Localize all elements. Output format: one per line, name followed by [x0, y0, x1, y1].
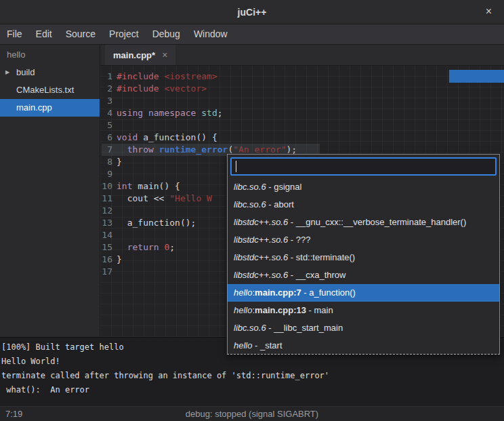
code-text: cout << "Hello W: [117, 193, 212, 205]
line-number: 15: [102, 241, 112, 254]
window-title: juCi++: [0, 0, 504, 24]
code-line[interactable]: 6void a_function() {: [102, 132, 504, 144]
code-text: #include <iostream>: [117, 71, 217, 83]
backtrace-popup: libc.so.6 - gsignallibc.so.6 - abortlibs…: [227, 154, 500, 355]
line-number: 12: [102, 205, 112, 217]
code-line[interactable]: 3: [102, 95, 504, 107]
menu-item-window[interactable]: Window: [187, 24, 234, 44]
tab-close-icon[interactable]: ×: [162, 49, 167, 60]
menu-bar: FileEditSourceProjectDebugWindow: [0, 24, 504, 45]
code-line[interactable]: 2#include <vector>: [102, 83, 504, 95]
line-number: 5: [102, 119, 112, 132]
line-number: 6: [102, 132, 112, 144]
line-number: 1: [102, 71, 112, 83]
code-text: return 0;: [117, 241, 175, 254]
app-window: juCi++ × FileEditSourceProjectDebugWindo…: [0, 0, 504, 421]
backtrace-item[interactable]: hello:main.cpp:13 - main: [228, 302, 499, 319]
terminal-line: terminate called after throwing an insta…: [1, 369, 503, 383]
line-number: 16: [102, 254, 112, 266]
code-line[interactable]: 1#include <iostream>: [102, 71, 504, 83]
menu-item-source[interactable]: Source: [59, 24, 102, 44]
tree-item-build[interactable]: ▶build: [0, 64, 100, 81]
backtrace-search-input[interactable]: [234, 159, 492, 174]
status-bar: 7:19 debug: stopped (signal SIGABRT): [0, 406, 504, 421]
line-number: 14: [102, 229, 112, 241]
backtrace-item[interactable]: libc.so.6 - abort: [228, 196, 499, 214]
tab-label: main.cpp*: [113, 50, 155, 60]
project-root-label: hello: [0, 45, 100, 64]
code-text: }: [117, 156, 122, 168]
line-number: 7: [102, 144, 112, 156]
debug-status: debug: stopped (signal SIGABRT): [0, 407, 504, 421]
code-text: #include <vector>: [117, 83, 207, 95]
code-text: void a_function() {: [117, 132, 217, 144]
text-caret: [236, 161, 236, 172]
backtrace-item[interactable]: libstdc++.so.6 - __gnu_cxx::__verbose_te…: [228, 214, 499, 231]
line-number: 3: [102, 95, 112, 107]
tree-item-label: CMakeLists.txt: [16, 85, 74, 95]
backtrace-item[interactable]: libstdc++.so.6 - std::terminate(): [228, 249, 499, 266]
menu-item-file[interactable]: File: [0, 24, 29, 44]
backtrace-item[interactable]: libc.so.6 - __libc_start_main: [228, 319, 499, 337]
tree-item-label: main.cpp: [16, 102, 52, 113]
code-line[interactable]: 5: [102, 119, 504, 132]
menu-item-debug[interactable]: Debug: [146, 24, 187, 44]
title-bar: juCi++ ×: [0, 0, 504, 24]
code-line[interactable]: 4using namespace std;: [102, 107, 504, 119]
code-text: a_function();: [117, 217, 196, 229]
close-icon[interactable]: ×: [483, 0, 495, 23]
line-number: 9: [102, 168, 112, 180]
code-text: using namespace std;: [117, 107, 223, 119]
tab-bar: main.cpp* ×: [100, 45, 504, 66]
expander-icon[interactable]: ▶: [5, 64, 9, 81]
code-text: }: [117, 254, 122, 266]
tree-item-cmakelists-txt[interactable]: CMakeLists.txt: [0, 81, 100, 99]
tree-item-main-cpp[interactable]: main.cpp: [0, 99, 100, 117]
file-tree: ▶buildCMakeLists.txtmain.cpp: [0, 64, 100, 117]
sidebar: hello ▶buildCMakeLists.txtmain.cpp: [0, 45, 100, 337]
tree-item-label: build: [16, 67, 35, 77]
line-number: 4: [102, 107, 112, 119]
terminal-line: Hello World!: [1, 355, 503, 369]
backtrace-item[interactable]: hello:main.cpp:7 - a_function(): [228, 284, 499, 302]
line-number: 8: [102, 156, 112, 168]
line-number: 11: [102, 193, 112, 205]
menu-item-edit[interactable]: Edit: [29, 24, 59, 44]
terminal-line: what(): An error: [1, 383, 503, 397]
backtrace-item[interactable]: hello - _start: [228, 337, 499, 355]
menu-item-project[interactable]: Project: [102, 24, 146, 44]
backtrace-item[interactable]: libstdc++.so.6 - ???: [228, 231, 499, 249]
line-number: 2: [102, 83, 112, 95]
tab-main-cpp[interactable]: main.cpp* ×: [105, 45, 175, 65]
line-number: 17: [102, 266, 112, 278]
backtrace-list: libc.so.6 - gsignallibc.so.6 - abortlibs…: [228, 178, 499, 355]
backtrace-search-field[interactable]: [230, 157, 497, 176]
scrollbar-thumb[interactable]: [449, 70, 504, 83]
backtrace-item[interactable]: libc.so.6 - gsignal: [228, 178, 499, 196]
line-number: 10: [102, 180, 112, 193]
code-text: int main() {: [117, 180, 180, 193]
line-number: 13: [102, 217, 112, 229]
backtrace-item[interactable]: libstdc++.so.6 - __cxa_throw: [228, 266, 499, 284]
